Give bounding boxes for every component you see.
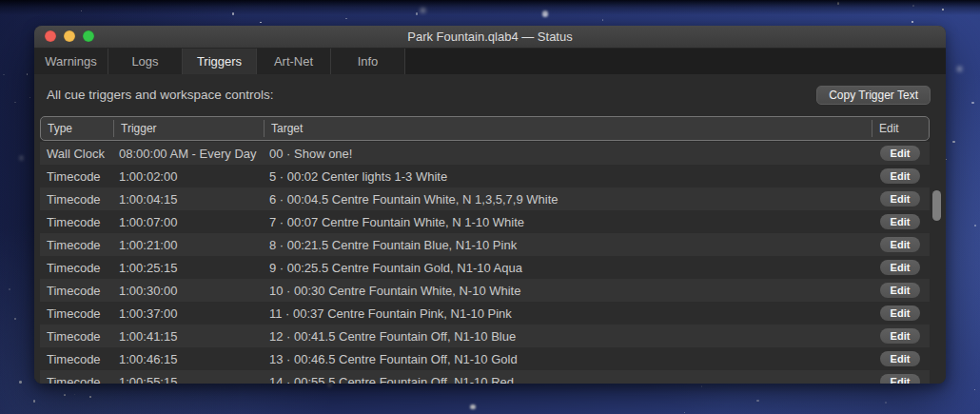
table-row[interactable]: Timecode1:00:46:1513 · 00:46.5 Centre Fo… — [40, 347, 930, 370]
star — [14, 102, 16, 104]
table-row[interactable]: Timecode1:00:30:0010 · 00:30 Centre Foun… — [40, 279, 930, 302]
trigger-cell: 1:00:46:15 — [112, 352, 263, 366]
trigger-cell: 1:00:30:00 — [112, 284, 263, 298]
edit-cell: Edit — [871, 146, 930, 161]
column-header-target[interactable]: Target — [264, 120, 872, 137]
trigger-cell: 1:00:37:00 — [112, 306, 263, 321]
edit-button[interactable]: Edit — [880, 351, 920, 366]
type-cell: Wall Clock — [40, 147, 112, 161]
star — [701, 385, 703, 387]
tab-triggers[interactable]: Triggers — [183, 49, 257, 74]
type-cell: Timecode — [40, 261, 112, 275]
type-cell: Timecode — [40, 215, 112, 229]
edit-button[interactable]: Edit — [880, 260, 920, 275]
type-cell: Timecode — [40, 192, 112, 207]
star — [756, 400, 758, 402]
star — [260, 22, 261, 23]
target-cell: 5 · 00:02 Center lights 1-3 White — [263, 169, 871, 184]
star — [542, 10, 549, 17]
column-header-trigger[interactable]: Trigger — [113, 120, 264, 137]
edit-button[interactable]: Edit — [880, 328, 920, 344]
star — [74, 394, 75, 395]
trigger-cell: 1:00:25:15 — [112, 261, 263, 275]
target-cell: 00 · Show one! — [263, 147, 871, 161]
table-row[interactable]: Timecode1:00:07:007 · 00:07 Centre Fount… — [40, 210, 930, 233]
edit-button[interactable]: Edit — [880, 374, 920, 384]
edit-cell: Edit — [871, 351, 930, 366]
type-cell: Timecode — [40, 329, 112, 344]
triggers-table: Type Trigger Target Edit Wall Clock08:00… — [40, 116, 930, 384]
edit-button[interactable]: Edit — [880, 306, 920, 321]
panel-caption: All cue triggers and workspace controls: — [47, 88, 274, 102]
star — [416, 12, 419, 15]
table-row[interactable]: Timecode1:00:25:159 · 00:25.5 Centre Fou… — [40, 256, 930, 279]
star — [974, 225, 975, 226]
star — [885, 402, 887, 404]
type-cell: Timecode — [40, 352, 112, 366]
star — [911, 21, 913, 23]
edit-button[interactable]: Edit — [880, 214, 920, 229]
edit-button[interactable]: Edit — [880, 283, 920, 298]
target-cell: 6 · 00:04.5 Centre Fountain White, N 1,3… — [263, 192, 871, 207]
star — [27, 73, 28, 74]
star — [64, 394, 66, 396]
triggers-panel: All cue triggers and workspace controls:… — [34, 74, 946, 384]
status-window: Park Fountain.qlab4 — Status WarningsLog… — [34, 26, 946, 384]
table-row[interactable]: Timecode1:00:21:008 · 00:21.5 Centre Fou… — [40, 233, 930, 256]
table-row[interactable]: Wall Clock08:00:00 AM - Every Day00 · Sh… — [40, 142, 930, 165]
tab-art-net[interactable]: Art-Net — [257, 49, 331, 74]
star — [14, 318, 16, 320]
edit-cell: Edit — [871, 374, 930, 384]
tab-logs[interactable]: Logs — [108, 49, 183, 74]
trigger-cell: 1:00:02:00 — [112, 169, 263, 184]
edit-button[interactable]: Edit — [880, 168, 920, 184]
target-cell: 8 · 00:21.5 Centre Fountain Blue, N1-10 … — [263, 238, 871, 252]
table-row[interactable]: Timecode1:00:37:0011 · 00:37 Centre Foun… — [40, 302, 930, 325]
type-cell: Timecode — [40, 306, 112, 321]
edit-cell: Edit — [871, 214, 930, 229]
star — [421, 8, 425, 12]
scrollbar-thumb[interactable] — [932, 190, 941, 221]
target-cell: 7 · 00:07 Centre Fountain White, N 1-10 … — [263, 215, 871, 229]
column-header-type[interactable]: Type — [41, 120, 113, 137]
copy-trigger-text-button[interactable]: Copy Trigger Text — [816, 86, 931, 105]
title-bar[interactable]: Park Fountain.qlab4 — Status — [34, 26, 946, 49]
star — [470, 404, 475, 409]
type-cell: Timecode — [40, 284, 112, 298]
target-cell: 12 · 00:41.5 Centre Fountain Off, N1-10 … — [263, 329, 871, 344]
star — [837, 2, 839, 4]
star — [19, 155, 25, 161]
star — [684, 412, 685, 413]
tab-bar: WarningsLogsTriggersArt-NetInfo — [34, 49, 946, 74]
edit-button[interactable]: Edit — [880, 237, 920, 252]
type-cell: Timecode — [40, 169, 112, 184]
star — [952, 141, 955, 144]
star — [232, 12, 235, 15]
star — [974, 389, 975, 390]
table-header: Type Trigger Target Edit — [40, 116, 930, 141]
target-cell: 11 · 00:37 Centre Fountain Pink, N1-10 P… — [263, 306, 871, 321]
star — [971, 102, 973, 104]
target-cell: 9 · 00:25.5 Centre Fountain Gold, N1-10 … — [263, 261, 871, 275]
target-cell: 10 · 00:30 Centre Fountain White, N-10 W… — [263, 284, 871, 298]
target-cell: 14 · 00:55.5 Centre Fountain Off, N1-10 … — [263, 375, 871, 384]
window-title: Park Fountain.qlab4 — Status — [34, 26, 946, 48]
trigger-cell: 1:00:55:15 — [112, 375, 263, 384]
table-body: Wall Clock08:00:00 AM - Every Day00 · Sh… — [40, 142, 930, 384]
table-row[interactable]: Timecode1:00:41:1512 · 00:41.5 Centre Fo… — [40, 325, 930, 347]
edit-button[interactable]: Edit — [880, 191, 920, 207]
tab-warnings[interactable]: Warnings — [34, 49, 108, 74]
edit-cell: Edit — [871, 191, 930, 207]
star — [29, 97, 30, 98]
table-row[interactable]: Timecode1:00:04:156 · 00:04.5 Centre Fou… — [40, 187, 930, 210]
star — [912, 5, 914, 7]
edit-button[interactable]: Edit — [880, 146, 920, 161]
tab-info[interactable]: Info — [331, 49, 405, 74]
trigger-cell: 1:00:04:15 — [112, 192, 263, 207]
trigger-cell: 1:00:41:15 — [112, 329, 263, 344]
column-header-edit[interactable]: Edit — [872, 120, 931, 137]
type-cell: Timecode — [40, 375, 112, 384]
table-row[interactable]: Timecode1:00:55:1514 · 00:55.5 Centre Fo… — [40, 370, 930, 384]
table-row[interactable]: Timecode1:00:02:005 · 00:02 Center light… — [40, 165, 930, 187]
edit-cell: Edit — [871, 237, 930, 252]
